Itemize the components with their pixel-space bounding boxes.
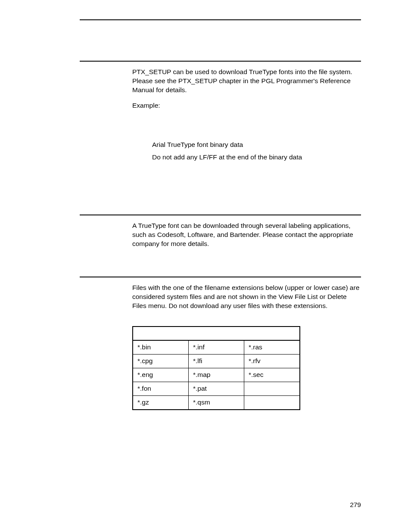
table-cell: *.rfv — [244, 354, 300, 368]
table-cell: *.eng — [133, 368, 189, 382]
section-rule-1 — [80, 61, 361, 62]
example-label: Example: — [132, 101, 361, 110]
table-row: *.cpg *.lfi *.rfv — [133, 354, 300, 368]
example-line-2: Do not add any LF/FF at the end of the b… — [152, 153, 361, 162]
table-cell: *.sec — [244, 368, 300, 382]
section-rule-2 — [80, 215, 361, 215]
table-cell: *.bin — [133, 340, 189, 354]
table-cell: *.qsm — [189, 395, 244, 409]
example-line-1: Arial TrueType font binary data — [152, 140, 361, 149]
table-cell — [244, 395, 300, 409]
ptx-setup-para: PTX_SETUP can be used to download TrueTy… — [132, 68, 361, 95]
extensions-para: Files with the one of the filename exten… — [132, 283, 361, 311]
table-cell: *.gz — [133, 395, 189, 409]
table-cell — [244, 382, 300, 395]
section-rule-3 — [80, 277, 361, 277]
table-cell: *.cpg — [133, 354, 189, 368]
table-cell: *.lfi — [189, 354, 244, 368]
labeling-app-para: A TrueType font can be downloaded throug… — [132, 221, 361, 249]
table-header — [133, 327, 300, 340]
table-cell: *.fon — [133, 382, 189, 395]
table-cell: *.pat — [189, 382, 244, 395]
table-row: *.gz *.qsm — [133, 395, 300, 409]
page-number: 279 — [350, 501, 361, 510]
table-cell: *.inf — [189, 340, 244, 354]
table-cell: *.map — [189, 368, 244, 382]
table-row: *.eng *.map *.sec — [133, 368, 300, 382]
table-row: *.bin *.inf *.ras — [133, 340, 300, 354]
table-cell: *.ras — [244, 340, 300, 354]
extensions-table: *.bin *.inf *.ras *.cpg *.lfi *.rfv *.en… — [132, 326, 300, 410]
table-row: *.fon *.pat — [133, 382, 300, 395]
